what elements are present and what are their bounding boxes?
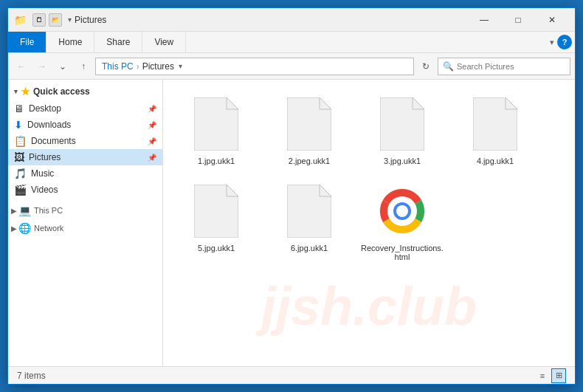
window-controls: — □ ✕ [467, 8, 569, 32]
back-button[interactable]: ← [13, 58, 30, 75]
svg-marker-5 [287, 185, 331, 238]
file-item-4jpg[interactable]: 4.jpg.ukk1 [451, 89, 539, 171]
view-controls: ≡ ⊞ [535, 368, 566, 383]
refresh-button[interactable]: ↻ [417, 58, 435, 75]
tab-file[interactable]: File [8, 32, 46, 52]
sidebar-item-desktop[interactable]: 🖥 Desktop 📌 [8, 100, 162, 117]
help-button[interactable]: ? [557, 35, 572, 49]
title-bar-icons: 📁 🗒 📂 [14, 13, 62, 27]
quick-access-label: Quick access [33, 86, 90, 97]
forward-button[interactable]: → [33, 58, 51, 75]
pictures-icon: 🖼 [14, 151, 24, 163]
maximize-button[interactable]: □ [501, 8, 535, 32]
path-separator: › [137, 61, 139, 72]
svg-marker-0 [194, 97, 238, 151]
file-icon-1jpg [190, 94, 243, 154]
pin-icon-desktop: 📌 [148, 105, 156, 113]
file-area: jjsh.club 1.jpg.ukk1 [163, 80, 575, 366]
file-item-5jpg[interactable]: 5.jpg.ukk1 [172, 176, 261, 267]
file-icon-2jpeg [283, 94, 336, 154]
music-icon: 🎵 [14, 168, 27, 179]
file-name-1jpg: 1.jpg.ukk1 [198, 157, 235, 165]
files-grid: 1.jpg.ukk1 2.jpeg.ukk1 [172, 89, 566, 267]
path-this-pc: This PC [102, 61, 134, 72]
this-pc-icon: 💻 [18, 204, 31, 216]
network-expand[interactable]: ▶ 🌐 Network [8, 220, 162, 236]
address-path[interactable]: This PC › Pictures ▾ [95, 58, 414, 75]
pin-icon-downloads: 📌 [148, 121, 156, 129]
this-pc-expand[interactable]: ▶ 💻 This PC [8, 202, 162, 219]
sidebar-item-downloads[interactable]: ⬇ Downloads 📌 [8, 117, 162, 133]
sidebar: ▾ ★ Quick access 🖥 Desktop 📌 ⬇ Downloads… [8, 80, 163, 366]
file-item-3jpg[interactable]: 3.jpg.ukk1 [358, 89, 446, 171]
file-icon-6jpg [283, 182, 336, 241]
file-icon-4jpg [469, 94, 522, 154]
network-arrow-icon: ▶ [11, 224, 17, 233]
title-bar: 📁 🗒 📂 ▾ Pictures — □ ✕ [8, 8, 575, 32]
file-item-2jpeg[interactable]: 2.jpeg.ukk1 [265, 89, 353, 171]
file-name-5jpg: 5.jpg.ukk1 [198, 244, 235, 252]
this-pc-arrow-icon: ▶ [11, 207, 17, 215]
file-name-6jpg: 6.jpg.ukk1 [291, 244, 328, 252]
file-icon-5jpg [190, 182, 243, 241]
sidebar-item-music[interactable]: 🎵 Music [8, 165, 162, 182]
item-count: 7 items [17, 371, 46, 381]
downloads-icon: ⬇ [14, 119, 23, 131]
downloads-label: Downloads [27, 120, 71, 130]
close-button[interactable]: ✕ [535, 8, 569, 32]
videos-icon: 🎬 [14, 184, 27, 196]
desktop-label: Desktop [29, 103, 61, 114]
search-box[interactable]: 🔍 [438, 58, 570, 75]
network-section: ▶ 🌐 Network [8, 220, 162, 236]
file-icon-recovery [376, 182, 429, 241]
ribbon: File Home Share View ▾ ? [8, 32, 575, 53]
qs-newfolder-btn[interactable]: 📂 [49, 13, 62, 27]
icon-view-button[interactable]: ⊞ [551, 368, 566, 383]
file-name-2jpeg: 2.jpeg.ukk1 [289, 157, 330, 165]
file-icon-3jpg [376, 94, 429, 154]
file-name-3jpg: 3.jpg.ukk1 [384, 157, 421, 165]
title-chevron-icon: ▾ [68, 16, 72, 24]
pin-icon-documents: 📌 [148, 137, 156, 145]
documents-icon: 📋 [14, 135, 27, 147]
sidebar-item-documents[interactable]: 📋 Documents 📌 [8, 133, 162, 149]
sidebar-item-pictures[interactable]: 🖼 Pictures 📌 [8, 149, 162, 165]
watermark: jjsh.club [261, 276, 477, 337]
status-bar: 7 items ≡ ⊞ [8, 366, 575, 384]
qs-properties-btn[interactable]: 🗒 [32, 13, 46, 27]
network-icon: 🌐 [18, 222, 31, 234]
up-button[interactable]: ↑ [75, 58, 92, 75]
tab-view[interactable]: View [142, 32, 186, 52]
star-icon: ★ [21, 86, 30, 97]
svg-marker-1 [287, 97, 331, 151]
pictures-label: Pictures [29, 152, 61, 162]
pin-icon-pictures: 📌 [148, 154, 156, 162]
list-view-button[interactable]: ≡ [535, 368, 550, 383]
ribbon-chevron-icon: ▾ [550, 38, 554, 47]
tab-home[interactable]: Home [46, 32, 94, 52]
sidebar-item-videos[interactable]: 🎬 Videos [8, 182, 162, 198]
svg-marker-2 [380, 97, 424, 151]
svg-rect-10 [386, 209, 418, 213]
tab-share[interactable]: Share [94, 32, 142, 52]
search-icon: 🔍 [443, 61, 454, 72]
minimize-button[interactable]: — [467, 8, 501, 32]
file-name-recovery: Recovery_Instructions.html [361, 244, 444, 261]
ribbon-tabs: File Home Share View ▾ ? [8, 32, 575, 52]
this-pc-label: This PC [34, 206, 63, 215]
file-item-6jpg[interactable]: 6.jpg.ukk1 [265, 176, 353, 267]
this-pc-section: ▶ 💻 This PC [8, 202, 162, 219]
file-item-recovery[interactable]: Recovery_Instructions.html [358, 176, 446, 267]
file-item-1jpg[interactable]: 1.jpg.ukk1 [172, 89, 261, 171]
expand-nav-button[interactable]: ⌄ [54, 58, 72, 75]
network-label: Network [34, 224, 63, 233]
explorer-window: 📁 🗒 📂 ▾ Pictures — □ ✕ File Home Share V… [7, 7, 576, 385]
search-input[interactable] [457, 62, 565, 71]
file-name-4jpg: 4.jpg.ukk1 [477, 157, 514, 165]
quick-access-arrow: ▾ [14, 88, 18, 95]
desktop-icon: 🖥 [14, 103, 24, 114]
videos-label: Videos [31, 185, 58, 195]
documents-label: Documents [31, 136, 76, 146]
quick-access-header: ▾ ★ Quick access [8, 83, 162, 100]
address-bar: ← → ⌄ ↑ This PC › Pictures ▾ ↻ 🔍 [8, 53, 575, 80]
